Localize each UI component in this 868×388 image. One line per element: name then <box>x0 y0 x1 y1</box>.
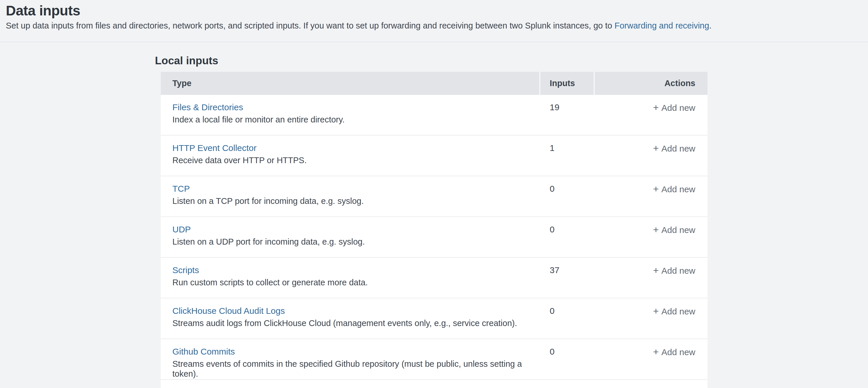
table-row-github-commits: Github Commits Streams events of commits… <box>161 339 708 380</box>
add-new-label: Add new <box>661 306 695 316</box>
plus-icon: + <box>653 102 659 113</box>
add-new-button[interactable]: +Add new <box>653 103 695 113</box>
add-new-button[interactable]: +Add new <box>653 225 695 235</box>
page-header: Data inputs Set up data inputs from file… <box>0 0 868 42</box>
plus-icon: + <box>653 265 659 276</box>
add-new-button[interactable]: +Add new <box>653 347 695 357</box>
type-cell: Files & Directories Index a local file o… <box>161 95 540 135</box>
inputs-count: 0 <box>540 298 595 338</box>
data-inputs-table: Type Inputs Actions Files & Directories … <box>161 72 708 388</box>
page-title: Data inputs <box>6 2 861 19</box>
type-cell: HTTP Event Collector Receive data over H… <box>161 136 540 176</box>
type-description: Listen on a TCP port for incoming data, … <box>173 196 540 206</box>
subtitle-text: Set up data inputs from files and direct… <box>6 21 615 30</box>
type-description: Listen on a UDP port for incoming data, … <box>173 237 540 247</box>
scripts-link[interactable]: Scripts <box>173 265 199 275</box>
http-event-collector-link[interactable]: HTTP Event Collector <box>173 143 257 153</box>
type-cell: Scripts Run custom scripts to collect or… <box>161 258 540 298</box>
column-header-type: Type <box>161 72 539 95</box>
forwarding-and-receiving-link[interactable]: Forwarding and receiving <box>615 21 709 30</box>
type-description: Index a local file or monitor an entire … <box>173 115 540 124</box>
type-description: Receive data over HTTP or HTTPS. <box>173 155 540 165</box>
table-row-files-directories: Files & Directories Index a local file o… <box>161 95 708 136</box>
add-new-label: Add new <box>661 184 695 194</box>
actions-cell: +Add new <box>595 136 708 176</box>
tcp-link[interactable]: TCP <box>173 184 190 194</box>
add-new-button[interactable]: +Add new <box>653 266 695 275</box>
clickhouse-cloud-audit-logs-link[interactable]: ClickHouse Cloud Audit Logs <box>173 306 285 316</box>
add-new-label: Add new <box>661 144 695 153</box>
actions-cell: +Add new <box>595 217 708 257</box>
inputs-count: 0 <box>540 217 595 257</box>
type-description: Run custom scripts to collect or generat… <box>173 277 540 287</box>
add-new-label: Add new <box>661 347 695 357</box>
add-new-button[interactable]: +Add new <box>653 306 695 316</box>
udp-link[interactable]: UDP <box>173 225 191 234</box>
table-row-http-event-collector: HTTP Event Collector Receive data over H… <box>161 136 708 176</box>
actions-cell: +Add new <box>595 339 708 379</box>
type-cell: Github Commits Streams events of commits… <box>161 339 540 379</box>
add-new-label: Add new <box>661 103 695 113</box>
table-row-udp: UDP Listen on a UDP port for incoming da… <box>161 217 708 258</box>
github-commits-link[interactable]: Github Commits <box>173 347 235 357</box>
actions-cell: +Add new <box>595 176 708 216</box>
plus-icon: + <box>653 143 659 154</box>
type-cell: ClickHouse Cloud Audit Logs Streams audi… <box>161 298 540 338</box>
page-subtitle: Set up data inputs from files and direct… <box>6 21 861 31</box>
plus-icon: + <box>653 183 659 194</box>
table-row-clickhouse-cloud-audit-logs: ClickHouse Cloud Audit Logs Streams audi… <box>161 298 708 339</box>
table-row-scripts: Scripts Run custom scripts to collect or… <box>161 258 708 298</box>
type-cell: UDP Listen on a UDP port for incoming da… <box>161 217 540 257</box>
plus-icon: + <box>653 346 659 357</box>
actions-cell: +Add new <box>595 95 708 135</box>
add-new-label: Add new <box>661 266 695 275</box>
inputs-count: 0 <box>540 339 595 379</box>
inputs-count: 1 <box>540 136 595 176</box>
add-new-label: Add new <box>661 225 695 235</box>
plus-icon: + <box>653 305 659 317</box>
column-header-actions: Actions <box>595 72 708 95</box>
plus-icon: + <box>653 224 659 235</box>
inputs-count: 0 <box>540 176 595 216</box>
type-cell: TCP Listen on a TCP port for incoming da… <box>161 176 540 216</box>
subtitle-period: . <box>709 21 712 30</box>
type-description: Streams audit logs from ClickHouse Cloud… <box>173 318 540 328</box>
table-header-row: Type Inputs Actions <box>161 72 708 95</box>
add-new-button[interactable]: +Add new <box>653 144 695 153</box>
actions-cell: +Add new <box>595 298 708 338</box>
type-description: Streams events of commits in the specifi… <box>173 359 540 379</box>
add-new-button[interactable]: +Add new <box>653 184 695 194</box>
files-directories-link[interactable]: Files & Directories <box>173 102 243 112</box>
local-inputs-heading: Local inputs <box>155 54 868 67</box>
local-inputs-section: Local inputs Type Inputs Actions Files &… <box>155 54 868 388</box>
inputs-count: 19 <box>540 95 595 135</box>
table-row-tcp: TCP Listen on a TCP port for incoming da… <box>161 176 708 217</box>
column-header-inputs: Inputs <box>540 72 594 95</box>
actions-cell: +Add new <box>595 258 708 298</box>
table-row-partial <box>161 380 708 388</box>
inputs-count: 37 <box>540 258 595 298</box>
